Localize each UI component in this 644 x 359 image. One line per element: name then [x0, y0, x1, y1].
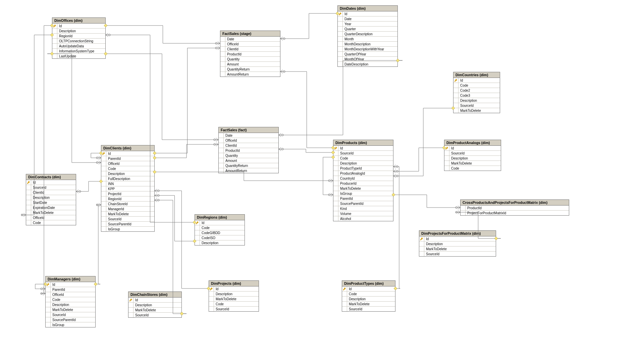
column-row: SourceId: [128, 313, 181, 317]
column-row: Code: [195, 225, 245, 230]
column-name: Id: [31, 181, 37, 184]
column-name: CodeGIBDD: [200, 231, 222, 235]
key-placeholder: [101, 156, 106, 161]
column-row: ProjectId: [101, 191, 154, 196]
column-name: Code2: [459, 89, 472, 92]
svg-point-78: [79, 190, 81, 192]
column-row: SourceId: [453, 103, 500, 108]
column-name: KPP: [106, 187, 116, 191]
column-name: ParentId: [106, 157, 122, 161]
column-name: Id: [449, 146, 455, 150]
table-DimProjects[interactable]: DimProjects (dim)IdDescriptionMarkToDele…: [209, 280, 259, 312]
column-row: AutoUpdateData: [52, 44, 105, 49]
table-FactSalesStage[interactable]: FactSales (stage)DateOfficeIdClientIdPro…: [220, 31, 280, 77]
column-row: Code: [26, 220, 76, 225]
key-placeholder: [453, 83, 459, 88]
svg-point-43: [108, 34, 110, 36]
svg-line-72: [99, 205, 101, 207]
column-name: Description: [214, 292, 234, 296]
column-row: SourceParentId: [333, 201, 393, 206]
svg-line-17: [280, 72, 283, 73]
svg-line-112: [393, 176, 396, 178]
key-placeholder: [128, 303, 133, 307]
svg-point-28: [214, 139, 216, 141]
key-placeholder: [220, 47, 225, 51]
column-row: SourceId: [444, 151, 501, 156]
svg-line-62: [155, 195, 157, 197]
column-row: Code: [342, 291, 395, 297]
svg-point-88: [41, 288, 43, 290]
column-name: ChainStoreId: [106, 202, 129, 206]
key-placeholder: [333, 191, 338, 196]
table-DimProjectsForProductMatrix[interactable]: DimProjectsForProductMatrix (dim)IdDescr…: [419, 230, 496, 257]
svg-point-38: [281, 148, 283, 150]
key-placeholder: [338, 57, 343, 61]
column-name: ClientId: [225, 47, 240, 51]
column-row: Description: [419, 241, 496, 246]
svg-line-87: [43, 289, 45, 290]
column-name: ParentId: [51, 288, 67, 291]
key-placeholder: [26, 210, 31, 215]
key-icon: [26, 180, 31, 185]
column-row: Code: [333, 156, 393, 161]
column-row: ClientId: [26, 190, 76, 195]
table-DimRegions[interactable]: DimRegions (dim)IdCodeCodeGIBDDCodeISODe…: [195, 214, 245, 245]
key-placeholder: [209, 297, 214, 301]
column-name: MarkToDelete: [338, 187, 363, 190]
key-placeholder: [333, 176, 338, 181]
table-DimProducts[interactable]: DimProducts (dim)IdSourceIdCodeDescripti…: [333, 140, 393, 221]
column-row: ProductId: [219, 148, 278, 153]
table-CrossProductsProjects[interactable]: CrossProductsAndProjectsForProductMatrix…: [460, 199, 569, 216]
column-row: Code: [46, 297, 95, 302]
table-DimOffices[interactable]: DimOffices (dim)IdDescriptionRegionIdOLT…: [52, 17, 106, 59]
column-name: Code: [347, 292, 359, 296]
svg-line-65: [155, 198, 157, 200]
table-DimProductTypes[interactable]: DimProductTypes (dim)IdCodeDescriptionMa…: [342, 280, 395, 312]
table-DimContracts[interactable]: DimContracts (dim)IdSourceIdClientIdDesc…: [26, 174, 76, 225]
key-icon: [333, 146, 338, 150]
svg-line-27: [216, 140, 218, 141]
key-placeholder: [101, 176, 106, 181]
column-row: Description: [333, 161, 393, 166]
key-placeholder: [338, 27, 343, 31]
column-name: SourceId: [459, 104, 475, 107]
key-placeholder: [342, 291, 347, 296]
key-placeholder: [333, 166, 338, 171]
table-DimClients[interactable]: DimClients (dim)IdParentIdOfficeIdCodeDe…: [101, 145, 155, 232]
key-placeholder: [101, 222, 106, 226]
column-name: QuantityReturn: [225, 68, 251, 71]
column-name: Code: [449, 167, 461, 170]
column-row: Id: [333, 146, 393, 151]
column-row: MarkToDelete: [419, 246, 496, 252]
svg-line-97: [331, 195, 333, 196]
svg-point-73: [96, 204, 98, 206]
table-DimChainStores[interactable]: DimChainStores (dim)IdDescriptionMarkToD…: [128, 291, 182, 318]
table-title: DimProductAnalogs (dim): [444, 140, 501, 146]
column-name: IsGroup: [51, 323, 66, 327]
table-DimManagers[interactable]: DimManagers (dim)IdParentIdOfficeIdCodeD…: [45, 276, 96, 327]
table-title: DimRegions (dim): [195, 215, 245, 220]
table-title: DimDates (dim): [338, 6, 397, 11]
column-row: Code3: [453, 93, 500, 98]
key-icon: [46, 282, 51, 287]
key-placeholder: [209, 291, 214, 296]
key-placeholder: [26, 185, 31, 190]
column-row: Id: [128, 298, 181, 303]
column-row: ProjectForProductMatrixId: [461, 211, 569, 215]
column-name: MarkToDelete: [449, 162, 474, 165]
column-name: ProductTypeId: [338, 167, 363, 170]
column-row: Description: [26, 195, 76, 200]
column-row: MarkToDelete: [101, 212, 154, 217]
key-placeholder: [101, 196, 106, 201]
table-DimCountries[interactable]: DimCountries (dim)IdCodeCode2Code3Descri…: [453, 72, 500, 113]
table-FactSalesFact[interactable]: FactSales (fact)DateOfficeIdClientIdProd…: [218, 127, 279, 173]
key-placeholder: [333, 201, 338, 206]
key-placeholder: [195, 230, 200, 235]
key-placeholder: [220, 57, 225, 61]
column-row: AmountReturn: [220, 72, 280, 77]
column-row: Code2: [453, 88, 500, 93]
table-DimDates[interactable]: DimDates (dim)IdDateYearQuarterQuarterDe…: [337, 5, 398, 67]
column-row: IsGroup: [46, 322, 95, 327]
table-DimProductAnalogs[interactable]: DimProductAnalogs (dim)IdSourceIdDescrip…: [444, 140, 501, 171]
key-placeholder: [52, 49, 57, 53]
